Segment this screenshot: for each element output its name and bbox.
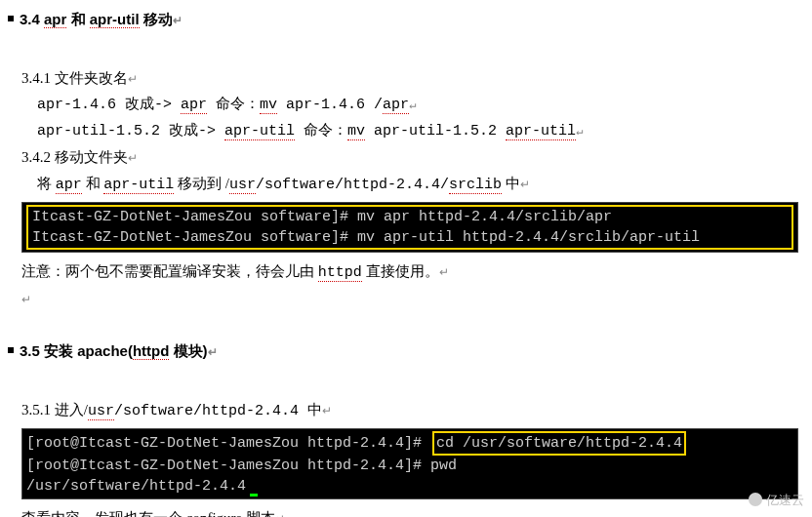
note-line: 注意：两个包不需要配置编译安装，待会儿由 httpd 直接使用。↵ bbox=[21, 258, 812, 286]
rename-aprutil-line: apr-util-1.5.2 改成-> apr-util 命令：mv apr-u… bbox=[37, 118, 812, 144]
terminal-line: [root@Itcast-GZ-DotNet-JamesZou httpd-2.… bbox=[22, 431, 797, 456]
watermark: 亿速云 bbox=[749, 489, 804, 511]
paragraph-mark: ↵ bbox=[173, 14, 183, 27]
terminal-line: /usr/software/httpd-2.4.4 bbox=[22, 476, 797, 497]
heading-keyword-aprutil: apr-util bbox=[90, 11, 140, 28]
terminal-line: [root@Itcast-GZ-DotNet-JamesZou httpd-2.… bbox=[22, 456, 797, 476]
subheading-3-4-2: 3.4.2 移动文件夹↵ bbox=[21, 144, 812, 171]
paragraph-mark: ↵ bbox=[21, 293, 31, 306]
cursor-icon bbox=[250, 494, 258, 497]
document-body: 3.4 apr 和 apr-util 移动↵ 3.4.1 文件夹改名↵ apr-… bbox=[0, 0, 812, 517]
highlight-box: Itcast-GZ-DotNet-JamesZou software]# mv … bbox=[26, 205, 793, 250]
paragraph-mark: ↵ bbox=[322, 404, 332, 418]
highlight-box: cd /usr/software/httpd-2.4.4 bbox=[432, 431, 686, 456]
bullet-icon bbox=[8, 16, 14, 21]
subheading-3-5-1: 3.5.1 进入/usr/software/httpd-2.4.4 中↵ bbox=[21, 397, 812, 424]
watermark-icon bbox=[749, 493, 762, 506]
section-3-5-header: 3.5 安装 apache(httpd 模块)↵ bbox=[8, 338, 812, 364]
subheading-3-4-1: 3.4.1 文件夹改名↵ bbox=[21, 65, 812, 92]
paragraph-mark: ↵ bbox=[576, 125, 583, 139]
empty-line: ↵ bbox=[21, 286, 812, 312]
bullet-icon bbox=[8, 347, 14, 353]
heading-suffix: 移动 bbox=[140, 11, 173, 27]
heading-and: 和 bbox=[66, 11, 89, 27]
paragraph-mark: ↵ bbox=[128, 72, 138, 86]
paragraph-mark: ↵ bbox=[275, 512, 285, 517]
move-folder-line: 将 apr 和 apr-util 移动到 /usr/software/httpd… bbox=[37, 171, 812, 198]
rename-apr-line: apr-1.4.6 改成-> apr 命令：mv apr-1.4.6 /apr↵ bbox=[37, 92, 812, 118]
terminal-line: Itcast-GZ-DotNet-JamesZou software]# mv … bbox=[28, 207, 792, 227]
watermark-text: 亿速云 bbox=[766, 489, 804, 511]
paragraph-mark: ↵ bbox=[439, 265, 449, 279]
paragraph-mark: ↵ bbox=[208, 345, 218, 359]
section-3-4-header: 3.4 apr 和 apr-util 移动↵ bbox=[8, 6, 812, 32]
terminal-block-1: Itcast-GZ-DotNet-JamesZou software]# mv … bbox=[21, 202, 798, 253]
paragraph-mark: ↵ bbox=[409, 99, 416, 112]
paragraph-mark: ↵ bbox=[520, 178, 530, 191]
terminal-line: Itcast-GZ-DotNet-JamesZou software]# mv … bbox=[28, 227, 792, 248]
configure-note: 查看内容，发现也有一个 configure 脚本↵ bbox=[21, 505, 812, 517]
heading-text: 3.4 bbox=[20, 11, 44, 27]
terminal-block-2: [root@Itcast-GZ-DotNet-JamesZou httpd-2.… bbox=[21, 428, 798, 499]
paragraph-mark: ↵ bbox=[128, 151, 138, 165]
heading-keyword-apr: apr bbox=[44, 11, 66, 28]
